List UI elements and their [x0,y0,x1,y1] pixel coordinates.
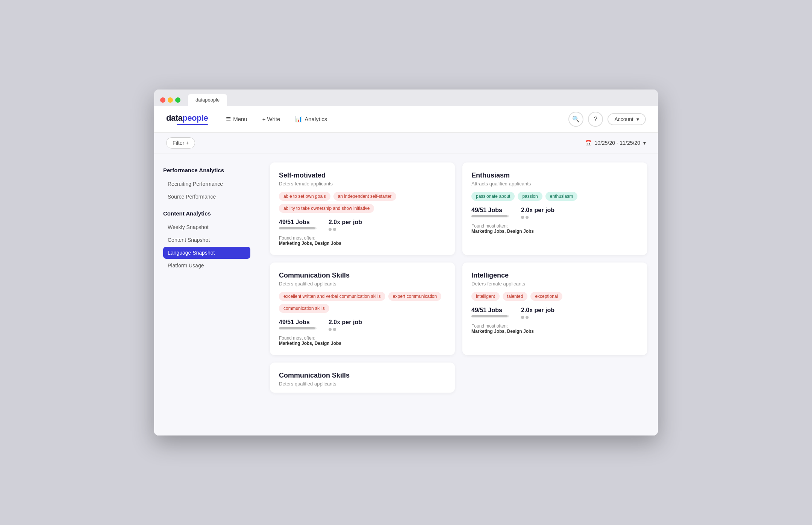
tag: enthusiasm [545,192,577,201]
card-subtitle: Deters qualified applicants [279,281,446,287]
tag: an independent self-starter [333,192,396,201]
card-title: Communication Skills [279,372,446,379]
sidebar-item-language[interactable]: Language Snapshot [163,247,250,259]
menu-label: Menu [233,116,247,122]
browser-tab: datapeople [188,94,227,106]
jobs-stat: 49/51 Jobs [471,207,509,217]
browser-window: datapeople datapeople ☰ Menu + Write 📊 A… [154,90,658,435]
tag: passion [518,192,542,201]
sidebar-item-recruiting[interactable]: Recruiting Performance [163,178,250,190]
jobs-stat: 49/51 Jobs [279,219,317,229]
jobs-stat: 49/51 Jobs [279,319,317,329]
progress-bar [279,327,317,329]
cards-area: Self-motivated Deters female applicants … [259,153,658,435]
stats-row: 49/51 Jobs 2.0x per job [279,219,446,231]
jobs-count: 49/51 Jobs [279,219,317,226]
date-range-value: 10/25/20 - 11/25/20 [595,140,640,146]
dot [329,328,332,331]
header: datapeople ☰ Menu + Write 📊 Analytics � [154,106,658,133]
per-job-stat: 2.0x per job [521,207,554,219]
per-job-stat: 2.0x per job [329,319,362,331]
card-subtitle: Deters female applicants [471,281,638,287]
jobs-stat: 49/51 Jobs [471,307,509,317]
dots-row [329,228,362,231]
card-communication: Communication Skills Deters qualified ap… [270,262,455,355]
sidebar-item-content[interactable]: Content Snapshot [163,234,250,246]
sidebar-item-source[interactable]: Source Performance [163,191,250,203]
content-section-title: Content Analytics [163,210,250,217]
date-range-picker[interactable]: 📅 10/25/20 - 11/25/20 ▾ [585,140,646,146]
progress-bar [471,315,509,317]
tag: ability to take ownership and show initi… [279,204,374,213]
chevron-down-icon: ▾ [643,140,646,146]
card-subtitle: Attracts qualified applicants [471,181,638,187]
tag: expert communication [388,292,441,301]
card-title: Self-motivated [279,171,446,179]
dots-row [329,328,362,331]
dot [526,216,529,219]
browser-dots [160,97,180,103]
progress-bar [279,227,317,229]
card-enthusiasm: Enthusiasm Attracts qualified applicants… [462,162,647,255]
card-title: Communication Skills [279,272,446,279]
performance-section-title: Performance Analytics [163,167,250,173]
jobs-count: 49/51 Jobs [471,307,509,314]
minimize-dot[interactable] [168,97,173,103]
analytics-label: Analytics [304,116,327,122]
write-label: + Write [262,116,280,122]
dots-row [521,316,554,319]
sidebar-item-platform[interactable]: Platform Usage [163,259,250,272]
calendar-icon: 📅 [585,140,592,146]
tag: talented [503,292,528,301]
tag: communication skills [279,304,329,313]
per-job-count: 2.0x per job [329,319,362,326]
tag: passionate about [471,192,515,201]
bar-chart-icon: 📊 [295,116,302,123]
card-intelligence: Intelligence Deters female applicants in… [462,262,647,355]
sidebar: Performance Analytics Recruiting Perform… [154,153,259,435]
card-communication-2: Communication Skills Deters qualified ap… [270,363,455,393]
header-actions: 🔍 ? Account ▾ [568,112,646,127]
browser-chrome: datapeople [154,90,658,106]
sidebar-item-weekly[interactable]: Weekly Snapshot [163,221,250,233]
found-most: Found most often: Marketing Jobs, Design… [471,223,638,234]
tag: excellent written and verbal communicati… [279,292,385,301]
per-job-stat: 2.0x per job [329,219,362,231]
help-button[interactable]: ? [588,112,603,127]
dot [521,316,524,319]
chevron-down-icon: ▾ [636,116,639,122]
card-subtitle: Deters qualified applicants [279,381,446,387]
card-title: Enthusiasm [471,171,638,179]
app-wrapper: datapeople ☰ Menu + Write 📊 Analytics � [154,106,658,435]
tags-row: passionate about passion enthusiasm [471,192,638,201]
hamburger-icon: ☰ [226,116,231,123]
write-nav-item[interactable]: + Write [259,114,283,124]
analytics-nav-item[interactable]: 📊 Analytics [292,114,330,124]
card-self-motivated: Self-motivated Deters female applicants … [270,162,455,255]
filter-button[interactable]: Filter + [166,137,195,149]
dot [521,216,524,219]
dot [329,228,332,231]
per-job-count: 2.0x per job [521,307,554,314]
search-button[interactable]: 🔍 [568,112,583,127]
dot [333,328,336,331]
found-most: Found most often: Marketing Jobs, Design… [279,335,446,346]
tags-row: able to set own goals an independent sel… [279,192,446,213]
found-most: Found most often: Marketing Jobs, Design… [279,235,446,246]
filter-label: Filter + [173,140,189,146]
logo: datapeople [166,113,208,125]
maximize-dot [175,97,180,103]
dot [526,316,529,319]
card-subtitle: Deters female applicants [279,181,446,187]
stats-row: 49/51 Jobs 2.0x per job [471,307,638,319]
stats-row: 49/51 Jobs 2.0x per job [279,319,446,331]
tags-row: intelligent talented exceptional [471,292,638,301]
dot [333,228,336,231]
dots-row [521,216,554,219]
menu-nav-item[interactable]: ☰ Menu [223,114,250,124]
tag: intelligent [471,292,500,301]
filter-bar: Filter + 📅 10/25/20 - 11/25/20 ▾ [154,133,658,153]
jobs-count: 49/51 Jobs [279,319,317,326]
account-button[interactable]: Account ▾ [607,113,646,125]
close-dot[interactable] [160,97,165,103]
